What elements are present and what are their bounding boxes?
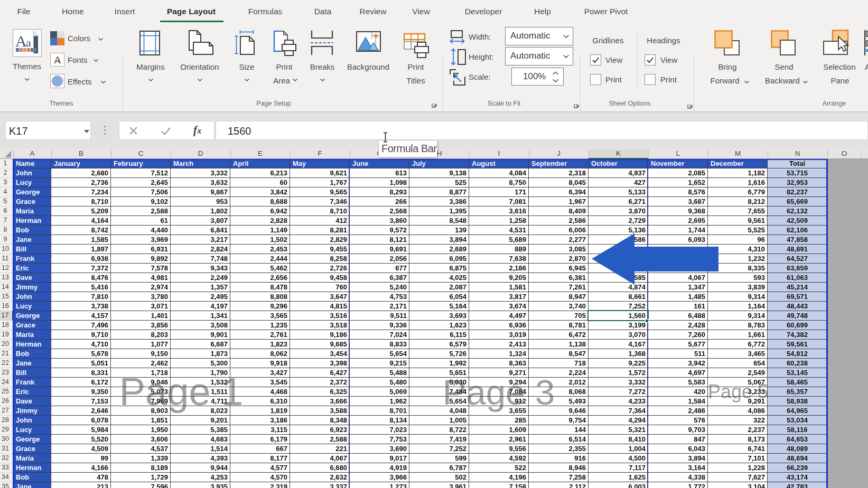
svg-text:a: a: [26, 36, 31, 49]
svg-text:A: A: [15, 32, 27, 50]
svg-text:A: A: [54, 54, 61, 65]
